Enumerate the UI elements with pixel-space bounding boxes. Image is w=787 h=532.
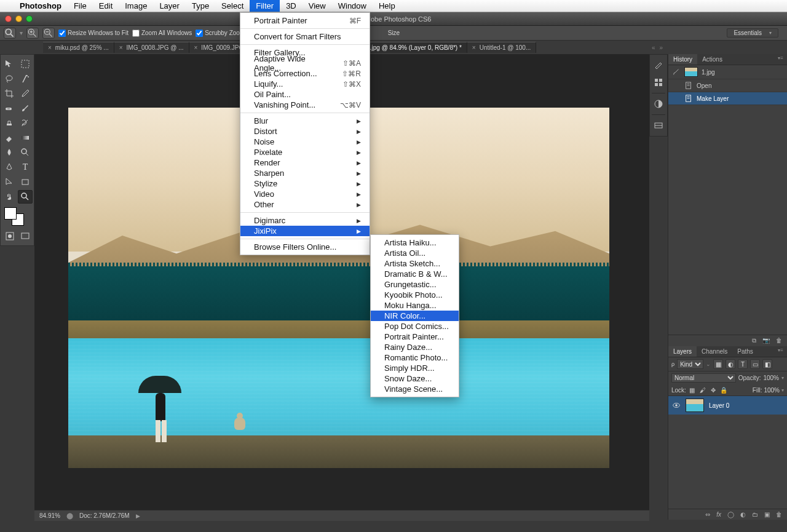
- rectangle-tool[interactable]: [18, 175, 33, 189]
- dodge-tool[interactable]: [18, 146, 33, 159]
- adjustment-layer-icon[interactable]: ◐: [740, 511, 746, 518]
- tab-overflow-arrows[interactable]: « »: [652, 44, 664, 51]
- pixel-filter-icon[interactable]: ▦: [713, 359, 723, 369]
- type-tool[interactable]: T: [18, 161, 33, 174]
- submenu-stylize[interactable]: Stylize▶: [240, 178, 370, 189]
- document-tab[interactable]: ×Untitled-1 @ 100...: [467, 42, 536, 53]
- smart-filter-icon[interactable]: ◧: [762, 359, 772, 369]
- lock-all-icon[interactable]: 🔒: [719, 386, 728, 394]
- adjustments-panel-icon[interactable]: [652, 97, 665, 111]
- layer-style-icon[interactable]: fx: [716, 511, 721, 518]
- menu-layer[interactable]: Layer: [153, 0, 186, 12]
- layer-row[interactable]: Layer 0: [668, 396, 787, 415]
- menu-item-jixipix[interactable]: Portrait Painter...: [371, 332, 459, 342]
- group-icon[interactable]: 🗀: [752, 511, 758, 518]
- resize-windows-checkbox[interactable]: Resize Windows to Fit: [58, 30, 129, 37]
- zoom-out-button[interactable]: [42, 28, 55, 39]
- menu-select[interactable]: Select: [215, 0, 250, 12]
- scrubby-zoom-checkbox[interactable]: Scrubby Zoom: [196, 30, 245, 37]
- menu-edit[interactable]: Edit: [93, 0, 119, 12]
- zoom-in-button[interactable]: [26, 28, 39, 39]
- menu-item-jixipix[interactable]: Moku Hanga...: [371, 300, 459, 311]
- menu-item-jixipix[interactable]: Grungetastic...: [371, 279, 459, 290]
- menu-item-jixipix[interactable]: Vintage Scene...: [371, 384, 459, 394]
- lasso-tool[interactable]: [2, 72, 17, 85]
- layer-mask-icon[interactable]: ◯: [727, 511, 734, 518]
- camera-icon[interactable]: 📷: [762, 337, 770, 344]
- lock-pixels-icon[interactable]: 🖌: [698, 386, 707, 394]
- zoom-tool-preset[interactable]: [4, 28, 16, 39]
- menu-item-jixipix[interactable]: Dramatic B & W...: [371, 269, 459, 279]
- shape-filter-icon[interactable]: ▭: [750, 359, 760, 369]
- menu-item-jixipix[interactable]: Romantic Photo...: [371, 352, 459, 363]
- screen-mode-toggle[interactable]: [18, 229, 33, 243]
- submenu-distort[interactable]: Distort▶: [240, 126, 370, 137]
- submenu-jixipix[interactable]: JixiPix▶: [240, 226, 370, 236]
- submenu-video[interactable]: Video▶: [240, 189, 370, 199]
- clone-stamp-tool[interactable]: [2, 116, 17, 130]
- menu-item[interactable]: Vanishing Point...⌥⌘V: [240, 100, 370, 110]
- link-layers-icon[interactable]: ⇔: [705, 511, 710, 518]
- menu-item-browse-filters[interactable]: Browse Filters Online...: [240, 242, 370, 252]
- marquee-tool[interactable]: [18, 57, 33, 71]
- trash-icon[interactable]: 🗑: [776, 337, 782, 344]
- menu-type[interactable]: Type: [186, 0, 215, 12]
- scroll-left-icon[interactable]: ⬤: [66, 512, 73, 519]
- path-selection-tool[interactable]: [2, 175, 17, 189]
- app-menu[interactable]: Photoshop: [14, 0, 68, 12]
- close-icon[interactable]: ×: [472, 44, 476, 51]
- document-tab[interactable]: ×IMG_0008.JPG @ ...: [114, 42, 189, 53]
- healing-brush-tool[interactable]: [2, 101, 17, 115]
- trash-icon[interactable]: 🗑: [776, 511, 782, 518]
- lock-position-icon[interactable]: ✥: [709, 386, 718, 394]
- menu-item-jixipix[interactable]: Rainy Daze...: [371, 342, 459, 352]
- move-tool[interactable]: [2, 57, 17, 71]
- new-snapshot-icon[interactable]: ⧉: [752, 337, 756, 344]
- blur-tool[interactable]: [2, 146, 17, 159]
- gradient-tool[interactable]: [18, 131, 33, 145]
- close-icon[interactable]: ×: [48, 44, 52, 51]
- menu-item-jixipix[interactable]: Simply HDR...: [371, 363, 459, 373]
- menu-file[interactable]: File: [68, 0, 93, 12]
- visibility-icon[interactable]: [672, 401, 681, 410]
- channels-tab[interactable]: Channels: [697, 346, 732, 357]
- close-icon[interactable]: ×: [119, 44, 123, 51]
- brush-tool[interactable]: [18, 101, 33, 115]
- workspace-switcher[interactable]: Essentials▾: [727, 28, 778, 38]
- menu-item[interactable]: Adaptive Wide Angle...⇧⌘A: [240, 58, 370, 68]
- color-panel-icon[interactable]: [652, 58, 665, 72]
- menu-help[interactable]: Help: [373, 0, 401, 12]
- zoom-level[interactable]: 84.91%: [39, 512, 60, 519]
- zoom-tool[interactable]: [18, 190, 33, 204]
- layer-name[interactable]: Layer 0: [709, 402, 729, 409]
- new-layer-icon[interactable]: ▣: [764, 511, 770, 518]
- paths-tab[interactable]: Paths: [732, 346, 758, 357]
- type-filter-icon[interactable]: T: [738, 359, 748, 369]
- menu-item-last-filter[interactable]: Portrait Painter⌘F: [240, 15, 370, 26]
- eyedropper-tool[interactable]: [18, 87, 33, 100]
- adjustment-filter-icon[interactable]: ◐: [726, 359, 735, 369]
- menu-item-jixipix[interactable]: Artista Oil...: [371, 248, 459, 258]
- lock-transparent-icon[interactable]: ▦: [688, 386, 697, 394]
- menu-window[interactable]: Window: [332, 0, 373, 12]
- menu-3d[interactable]: 3D: [280, 0, 303, 12]
- menu-item-jixipix[interactable]: Snow Daze...: [371, 373, 459, 384]
- quick-mask-toggle[interactable]: [2, 229, 17, 243]
- submenu-digimarc[interactable]: Digimarc▶: [240, 215, 370, 226]
- menu-item-jixipix[interactable]: NIR Color...: [371, 311, 459, 321]
- submenu-pixelate[interactable]: Pixelate▶: [240, 147, 370, 157]
- submenu-other[interactable]: Other▶: [240, 199, 370, 210]
- panel-menu-icon[interactable]: ▾≡: [774, 346, 787, 357]
- color-swatches[interactable]: [2, 206, 33, 227]
- zoom-all-windows-checkbox[interactable]: Zoom All Windows: [132, 30, 192, 37]
- submenu-blur[interactable]: Blur▶: [240, 116, 370, 126]
- history-state[interactable]: Make Layer: [668, 92, 787, 105]
- menu-image[interactable]: Image: [119, 0, 153, 12]
- crop-tool[interactable]: [2, 87, 17, 100]
- menu-item-jixipix[interactable]: Artista Sketch...: [371, 258, 459, 269]
- status-menu-arrow[interactable]: ▶: [136, 513, 140, 519]
- submenu-noise[interactable]: Noise▶: [240, 137, 370, 147]
- menu-item[interactable]: Liquify...⇧⌘X: [240, 79, 370, 89]
- magic-wand-tool[interactable]: [18, 72, 33, 85]
- menu-filter[interactable]: Filter: [250, 0, 280, 12]
